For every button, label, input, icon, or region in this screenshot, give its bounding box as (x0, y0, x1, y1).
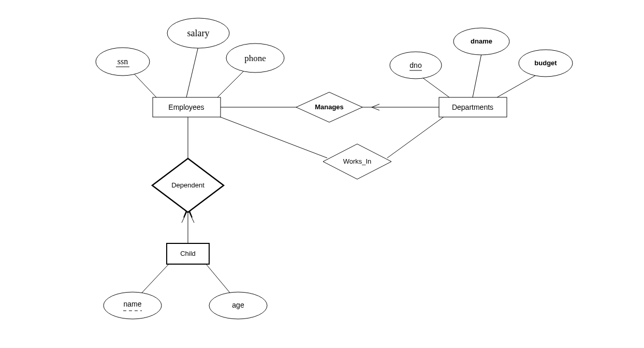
svg-line-4 (473, 54, 481, 97)
rel-manages-label: Manages (315, 103, 344, 111)
attr-ssn-label: ssn (118, 57, 128, 66)
rel-works-in-label: Works_In (343, 157, 372, 165)
rel-dependent-label: Dependent (171, 181, 204, 189)
entity-employees-label: Employees (168, 103, 204, 111)
entity-child-label: Child (180, 250, 196, 257)
attr-name-label: name (123, 300, 141, 308)
attr-age-label: age (232, 301, 244, 309)
attr-dname-label: dname (471, 37, 492, 45)
svg-line-1 (186, 47, 198, 97)
attr-phone-label: phone (244, 53, 266, 63)
attr-dno-label: dno (409, 61, 422, 69)
svg-line-8 (219, 117, 327, 158)
attr-salary-label: salary (187, 28, 210, 38)
er-diagram: Employees Departments Child Manages Work… (0, 0, 644, 348)
attr-budget-label: budget (534, 59, 557, 67)
entity-departments-label: Departments (452, 103, 493, 111)
svg-line-9 (387, 117, 444, 158)
